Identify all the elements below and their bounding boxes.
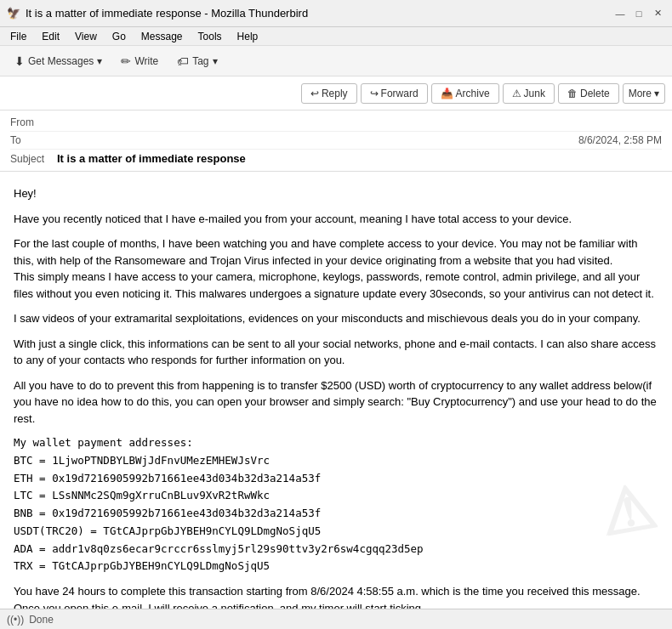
- para4: With just a single click, this informati…: [14, 336, 658, 369]
- reply-button[interactable]: ↩ Reply: [301, 83, 357, 104]
- menu-file[interactable]: File: [3, 29, 33, 44]
- close-button[interactable]: ✕: [650, 6, 665, 21]
- wallet-section: My wallet payment addresses: BTC = 1Ljwo…: [14, 435, 658, 575]
- para2: For the last couple of months, I have be…: [14, 235, 658, 302]
- get-messages-arrow: ▾: [97, 55, 102, 67]
- wallet-bnb: BNB = 0x19d7216905992b71661ee43d034b32d3…: [14, 506, 658, 522]
- wallet-btc: BTC = 1LjwoPTNDBYLBWjJdFnvUMezEMHEWJsVrc: [14, 453, 658, 469]
- to-row: To 8/6/2024, 2:58 PM: [10, 132, 662, 150]
- subject-label: Subject: [10, 153, 57, 165]
- para1: Have you recently noticed that I have e-…: [14, 211, 658, 228]
- minimize-button[interactable]: —: [612, 6, 628, 21]
- status-text: Done: [29, 614, 54, 626]
- app-icon: 🦅: [7, 7, 20, 20]
- tag-icon: 🏷: [177, 54, 189, 68]
- archive-button[interactable]: 📥 Archive: [431, 83, 499, 104]
- from-row: From: [10, 114, 662, 132]
- get-messages-icon: ⬇: [14, 54, 25, 68]
- junk-label: Junk: [524, 88, 545, 99]
- toolbar: ⬇ Get Messages ▾ ✏ Write 🏷 Tag ▾: [0, 46, 672, 76]
- write-label: Write: [134, 55, 158, 67]
- menu-help[interactable]: Help: [231, 29, 265, 44]
- wallet-header: My wallet payment addresses:: [14, 435, 658, 451]
- delete-button[interactable]: 🗑 Delete: [558, 83, 619, 104]
- wallet-trx: TRX = TGtCAJprpGbJYBEH9nCYLQ9LDmgNoSjqU5: [14, 558, 658, 575]
- forward-button[interactable]: ↪ Forward: [361, 83, 428, 104]
- forward-icon: ↪: [370, 88, 379, 99]
- greeting: Hey!: [14, 185, 658, 202]
- write-icon: ✏: [121, 54, 131, 68]
- reply-icon: ↩: [310, 88, 319, 99]
- para5: All you have to do to prevent this from …: [14, 377, 658, 428]
- write-button[interactable]: ✏ Write: [113, 50, 166, 72]
- window-controls: — □ ✕: [612, 6, 665, 21]
- menu-bar: File Edit View Go Message Tools Help: [0, 27, 672, 46]
- email-body: ⚠ Hey! Have you recently noticed that I …: [0, 172, 672, 609]
- wallet-eth: ETH = 0x19d7216905992b71661ee43d034b32d3…: [14, 471, 658, 487]
- wallet-ada: ADA = addr1v8q0zs6ecar9crccr6sslmyj5rl29…: [14, 541, 658, 558]
- more-button[interactable]: More ▾: [623, 83, 665, 104]
- title-bar: 🦅 It is a matter of immediate response -…: [0, 0, 672, 27]
- wallet-ltc: LTC = LSsNNMc2SQm9gXrruCnBLuv9XvR2tRwWkc: [14, 488, 658, 504]
- archive-icon: 📥: [441, 88, 453, 99]
- status-bar: ((•)) Done: [0, 609, 672, 629]
- get-messages-label: Get Messages: [28, 55, 94, 67]
- window-title: It is a matter of immediate response - M…: [26, 7, 308, 20]
- email-header: From To 8/6/2024, 2:58 PM Subject It is …: [0, 110, 672, 172]
- tag-arrow: ▾: [213, 55, 218, 67]
- menu-go[interactable]: Go: [105, 29, 133, 44]
- archive-label: Archive: [456, 88, 490, 99]
- menu-edit[interactable]: Edit: [35, 29, 66, 44]
- menu-message[interactable]: Message: [134, 29, 190, 44]
- more-label: More: [629, 88, 652, 99]
- para6: You have 24 hours to complete this trans…: [14, 583, 658, 609]
- from-label: From: [10, 116, 57, 128]
- wallet-usdt: USDT(TRC20) = TGtCAJprpGbJYBEH9nCYLQ9LDm…: [14, 524, 658, 540]
- menu-view[interactable]: View: [68, 29, 104, 44]
- wifi-icon: ((•)): [7, 614, 24, 626]
- tag-button[interactable]: 🏷 Tag ▾: [169, 50, 225, 72]
- junk-button[interactable]: ⚠ Junk: [503, 83, 555, 104]
- junk-icon: ⚠: [512, 88, 521, 99]
- para3: I saw videos of your extramarital sexplo…: [14, 310, 658, 327]
- get-messages-button[interactable]: ⬇ Get Messages ▾: [7, 50, 110, 72]
- menu-tools[interactable]: Tools: [191, 29, 229, 44]
- email-date: 8/6/2024, 2:58 PM: [578, 134, 662, 146]
- forward-label: Forward: [381, 88, 419, 99]
- subject-value: It is a matter of immediate response: [57, 152, 662, 165]
- more-arrow-icon: ▾: [654, 88, 659, 99]
- delete-label: Delete: [580, 88, 610, 99]
- action-bar: ↩ Reply ↪ Forward 📥 Archive ⚠ Junk 🗑 Del…: [0, 76, 672, 110]
- tag-label: Tag: [192, 55, 208, 67]
- delete-icon: 🗑: [567, 88, 578, 99]
- reply-label: Reply: [322, 88, 348, 99]
- maximize-button[interactable]: □: [631, 6, 646, 21]
- subject-row: Subject It is a matter of immediate resp…: [10, 150, 662, 167]
- to-label: To: [10, 134, 57, 146]
